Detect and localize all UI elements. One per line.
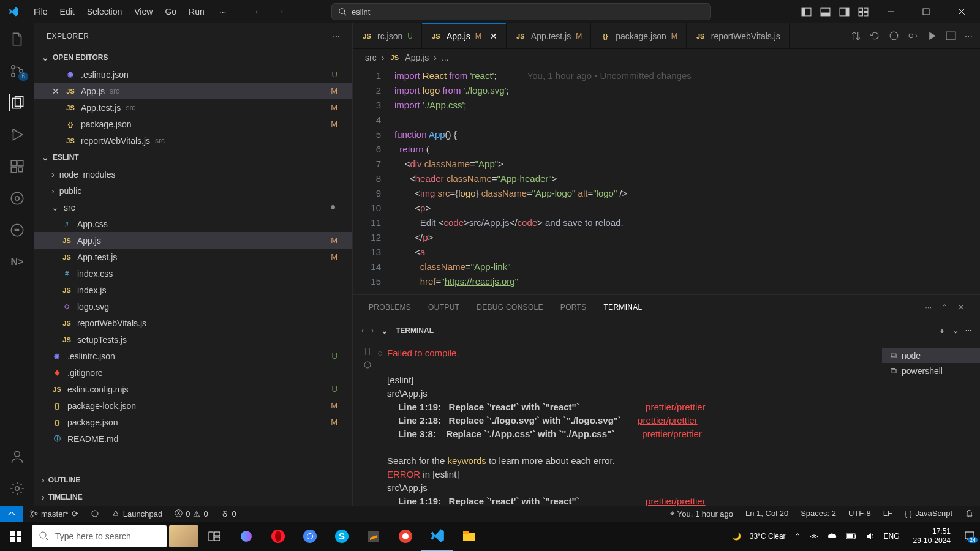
chrome2-icon[interactable] (390, 522, 421, 551)
layout-right-icon[interactable] (839, 7, 850, 17)
skype-icon[interactable]: S (326, 522, 358, 551)
panel-more-icon[interactable]: ··· (925, 303, 932, 312)
remote-button[interactable] (0, 506, 23, 522)
file-tree-item[interactable]: {}package-lock.jsonM (34, 397, 352, 414)
sublime-icon[interactable] (358, 522, 390, 551)
file-tree-item[interactable]: #index.css (34, 265, 352, 282)
revert-icon[interactable] (870, 31, 880, 41)
new-terminal-icon[interactable]: ＋ (938, 326, 946, 336)
lang-indicator[interactable]: ENG (884, 532, 900, 541)
timeline-section[interactable]: ›TIMELINE (34, 489, 352, 506)
blame-status[interactable]: ⌖You, 1 hour ago (664, 509, 739, 519)
search-highlight-icon[interactable] (169, 525, 198, 547)
start-button[interactable] (0, 522, 32, 551)
account-icon[interactable] (9, 448, 26, 465)
code-content[interactable]: import React from 'react';You, 1 hour ag… (392, 66, 946, 294)
split-icon[interactable] (946, 31, 956, 41)
opera-icon[interactable] (262, 522, 294, 551)
branch-status[interactable]: master*⟳ (23, 506, 85, 522)
panel-tab-debug-console[interactable]: DEBUG CONSOLE (477, 298, 543, 317)
sidebar-more-icon[interactable]: ··· (333, 32, 340, 40)
open-editor-item[interactable]: ◉.eslintrc.jsonU (34, 66, 352, 83)
tray-expand-icon[interactable]: ⌃ (794, 532, 801, 541)
file-tree-item[interactable]: ›public (34, 182, 352, 199)
file-tree-item[interactable]: JSApp.test.jsM (34, 249, 352, 265)
close-window-button[interactable] (948, 0, 975, 23)
menu-file[interactable]: File (28, 4, 54, 19)
layout-custom-icon[interactable] (858, 7, 869, 17)
notification-center-icon[interactable]: 24 (964, 531, 975, 542)
forward-icon[interactable]: → (274, 6, 285, 18)
sync-icon[interactable]: ⟳ (72, 509, 78, 519)
eol-status[interactable]: LF (877, 509, 899, 518)
battery-icon[interactable] (846, 533, 857, 540)
terminal-output[interactable]: ○Failed to compile. [eslint] src\App.js … (353, 342, 882, 506)
terminal-shell-item[interactable]: ⧉node (882, 348, 980, 363)
weather-text[interactable]: 33°C Clear (750, 532, 786, 541)
term-next-icon[interactable]: › (371, 326, 374, 335)
code-editor[interactable]: 123456789101112131415 import React from … (353, 66, 980, 294)
taskbar-search[interactable]: Type here to search (32, 525, 167, 547)
gitlens-icon[interactable] (9, 190, 26, 207)
panel-tab-output[interactable]: OUTPUT (428, 298, 459, 317)
panel-close-icon[interactable]: ✕ (958, 303, 964, 312)
file-tree-item[interactable]: ⓘREADME.md (34, 430, 352, 447)
editor-tab[interactable]: JSreportWebVitals.js (687, 23, 790, 48)
open-editor-item[interactable]: JSreportWebVitals.jssrc (34, 132, 352, 149)
panel-tab-terminal[interactable]: TERMINAL (603, 298, 642, 317)
project-section[interactable]: ⌄ESLINT (34, 149, 352, 166)
close-tab-icon[interactable]: ✕ (490, 31, 497, 41)
run-icon[interactable] (927, 31, 937, 41)
file-tree-item[interactable]: ◇logo.svg (34, 298, 352, 315)
extensions-icon[interactable] (9, 158, 26, 175)
file-tree-item[interactable]: #App.css (34, 216, 352, 232)
launchpad-status[interactable]: Launchpad (105, 506, 168, 522)
editor-tab[interactable]: JSrc.jsonU (353, 23, 422, 48)
ports-status[interactable]: 0 (214, 506, 243, 522)
file-tree-item[interactable]: ›node_modules (34, 166, 352, 182)
minimize-button[interactable] (877, 0, 904, 23)
next-icon[interactable] (908, 31, 918, 41)
maximize-button[interactable] (913, 0, 940, 23)
term-more-icon[interactable]: ··· (965, 326, 971, 335)
weather-icon[interactable]: 🌙 (732, 532, 741, 541)
gitlens-status[interactable] (85, 506, 105, 522)
open-editor-item[interactable]: {}package.jsonM (34, 116, 352, 132)
breadcrumb[interactable]: src› JSApp.js› ... (353, 49, 980, 66)
onedrive-icon[interactable] (827, 531, 837, 541)
file-tree-item[interactable]: {}package.jsonM (34, 414, 352, 430)
spaces-status[interactable]: Spaces: 2 (794, 509, 842, 518)
file-tree-item[interactable]: JSreportWebVitals.js (34, 315, 352, 331)
layout-panel-icon[interactable] (801, 7, 812, 17)
panel-tab-ports[interactable]: PORTS (560, 298, 587, 317)
problems-status[interactable]: ⓧ0⚠0 (168, 506, 214, 522)
editor-tab[interactable]: {}package.jsonM (591, 23, 687, 48)
chrome-icon[interactable] (294, 522, 326, 551)
open-editors-section[interactable]: ⌄OPEN EDITORS (34, 49, 352, 66)
menu-edit[interactable]: Edit (54, 4, 81, 19)
open-editor-item[interactable]: ✕JSApp.jssrcM (34, 83, 352, 99)
term-prev-icon[interactable]: ‹ (361, 326, 364, 335)
cursor-pos-status[interactable]: Ln 1, Col 20 (739, 509, 794, 518)
editor-tab[interactable]: JSApp.test.jsM (507, 23, 591, 48)
debug-icon[interactable] (9, 126, 26, 143)
menu-go[interactable]: Go (159, 4, 183, 19)
term-dropdown-icon[interactable]: ⌄ (953, 328, 958, 334)
terminal-shell-item[interactable]: ⧉powershell (882, 363, 980, 378)
files-icon[interactable] (9, 94, 26, 111)
minimap[interactable] (946, 66, 980, 294)
file-tree-item[interactable]: JSindex.js (34, 282, 352, 298)
command-center-search[interactable]: eslint (331, 3, 711, 20)
copilot-icon[interactable] (230, 522, 262, 551)
file-tree-item[interactable]: JSApp.jsM (34, 232, 352, 249)
vscode-taskbar-icon[interactable] (421, 522, 453, 551)
scm-icon[interactable] (9, 62, 26, 80)
encoding-status[interactable]: UTF-8 (842, 509, 877, 518)
panel-tab-problems[interactable]: PROBLEMS (369, 298, 411, 317)
back-icon[interactable]: ← (253, 6, 264, 18)
file-tree-item[interactable]: ⌄src (34, 199, 352, 216)
layout-bottom-icon[interactable] (820, 7, 831, 17)
explorer-taskbar-icon[interactable] (453, 522, 485, 551)
task-view-icon[interactable] (198, 522, 230, 551)
wifi-icon[interactable] (809, 531, 819, 541)
